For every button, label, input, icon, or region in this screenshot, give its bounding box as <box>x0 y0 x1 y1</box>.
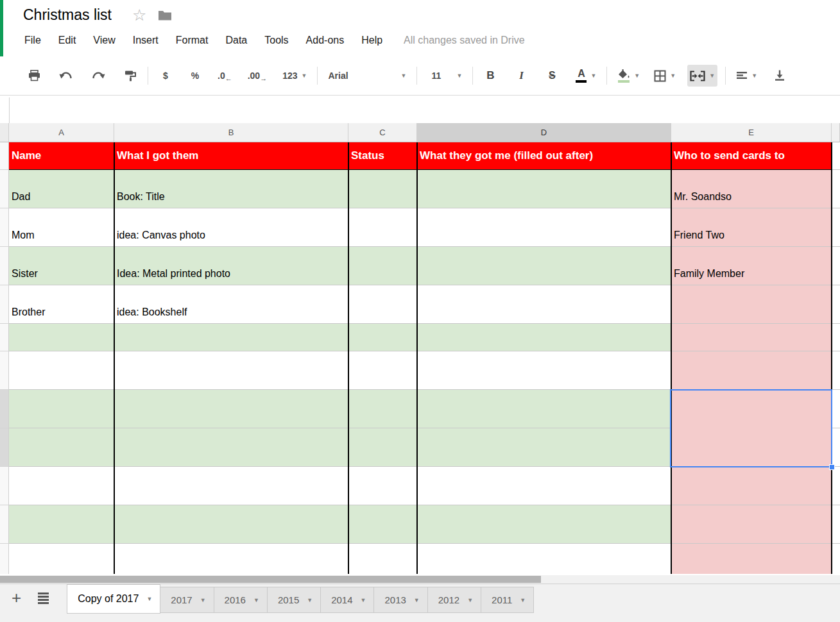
cell[interactable] <box>417 351 671 390</box>
add-sheet-button[interactable]: + <box>12 589 21 606</box>
menu-format[interactable]: Format <box>176 35 209 46</box>
cell[interactable] <box>417 390 671 428</box>
row-header[interactable] <box>0 285 9 324</box>
cell[interactable]: idea: Canvas photo <box>114 208 348 247</box>
cell[interactable] <box>832 390 840 428</box>
cell[interactable] <box>417 208 671 247</box>
cell[interactable] <box>348 324 417 351</box>
cell[interactable] <box>348 208 417 247</box>
cell[interactable] <box>348 285 417 324</box>
cell[interactable] <box>114 351 348 390</box>
sheet-tab-2014[interactable]: 2014▼ <box>321 587 374 613</box>
cell[interactable] <box>417 505 671 544</box>
cell[interactable]: Book: Title <box>114 170 348 208</box>
menu-tools[interactable]: Tools <box>264 35 288 46</box>
cell[interactable]: What I got them <box>114 142 348 170</box>
horizontal-scrollbar-track[interactable] <box>0 575 840 584</box>
cell[interactable] <box>671 505 832 544</box>
column-header-E[interactable]: E <box>671 123 832 142</box>
redo-button[interactable] <box>89 65 108 87</box>
increase-decimal-button[interactable]: .00→ <box>245 65 270 87</box>
cell[interactable]: Status <box>348 142 417 170</box>
cell[interactable] <box>9 467 114 505</box>
column-header-A[interactable]: A <box>9 123 114 142</box>
column-header-sliver[interactable] <box>832 123 840 142</box>
cell[interactable] <box>348 170 417 208</box>
corner-box[interactable] <box>0 123 9 142</box>
horizontal-align-button[interactable]: ▼ <box>733 65 760 87</box>
cell[interactable] <box>114 544 348 574</box>
merge-cells-button[interactable]: ▼ <box>687 65 717 87</box>
menu-addons[interactable]: Add-ons <box>306 35 345 46</box>
cell[interactable]: Mr. Soandso <box>671 170 832 208</box>
font-size-select[interactable]: 11▼ <box>425 65 465 87</box>
borders-button[interactable]: ▼ <box>651 65 678 87</box>
cell[interactable]: Family Member <box>671 247 832 285</box>
italic-button[interactable]: I <box>511 65 531 87</box>
cell[interactable]: What they got me (filled out after) <box>417 142 671 170</box>
cell[interactable] <box>832 170 840 208</box>
cell[interactable] <box>114 428 348 467</box>
cell[interactable] <box>417 544 671 574</box>
cell[interactable] <box>417 285 671 324</box>
row-header[interactable] <box>0 505 9 544</box>
cell[interactable] <box>671 324 832 351</box>
undo-button[interactable] <box>56 65 76 87</box>
horizontal-scrollbar-thumb[interactable] <box>0 576 541 583</box>
cell[interactable] <box>417 170 671 208</box>
strikethrough-button[interactable]: S <box>542 65 561 87</box>
row-header[interactable] <box>0 467 9 505</box>
menu-view[interactable]: View <box>93 35 115 46</box>
cell[interactable] <box>9 324 114 351</box>
folder-icon[interactable] <box>158 10 172 21</box>
row-header[interactable] <box>0 208 9 247</box>
sheet-tab-2011[interactable]: 2011▼ <box>481 587 534 613</box>
sheet-tab-copy-of-2017[interactable]: Copy of 2017▼ <box>67 584 160 614</box>
cell[interactable] <box>832 142 840 170</box>
cell[interactable] <box>832 467 840 505</box>
row-header[interactable] <box>0 351 9 390</box>
print-button[interactable] <box>24 65 44 87</box>
document-title[interactable]: Christmas list <box>23 6 112 24</box>
paint-format-button[interactable] <box>121 65 140 87</box>
column-header-C[interactable]: C <box>348 123 417 142</box>
column-header-B[interactable]: B <box>114 123 348 142</box>
cell[interactable] <box>348 467 417 505</box>
vertical-align-button[interactable] <box>770 65 789 87</box>
cell[interactable] <box>114 505 348 544</box>
more-formats-button[interactable]: 123▼ <box>280 65 309 87</box>
cell[interactable] <box>348 247 417 285</box>
sheet-tab-2012[interactable]: 2012▼ <box>428 587 481 613</box>
sheet-tab-2015[interactable]: 2015▼ <box>268 587 321 613</box>
cell[interactable] <box>671 428 832 467</box>
row-header[interactable] <box>0 142 9 170</box>
cell[interactable] <box>671 390 832 428</box>
text-color-button[interactable]: A ▼ <box>573 65 599 87</box>
cell[interactable]: Who to send cards to <box>671 142 832 170</box>
cell[interactable] <box>348 390 417 428</box>
cell[interactable]: Sister <box>9 247 114 285</box>
cell[interactable]: Dad <box>9 170 114 208</box>
cell[interactable]: Idea: Metal printed photo <box>114 247 348 285</box>
cell[interactable] <box>9 390 114 428</box>
star-icon[interactable]: ☆ <box>132 7 146 23</box>
cell[interactable]: Mom <box>9 208 114 247</box>
cell[interactable] <box>832 324 840 351</box>
cell[interactable]: Name <box>9 142 114 170</box>
cell[interactable] <box>417 247 671 285</box>
menu-help[interactable]: Help <box>361 35 382 46</box>
cell[interactable] <box>9 505 114 544</box>
all-sheets-button[interactable] <box>38 591 49 604</box>
row-header[interactable] <box>0 390 9 428</box>
row-header[interactable] <box>0 428 9 467</box>
format-percent-button[interactable]: % <box>185 65 205 87</box>
cell[interactable] <box>9 544 114 574</box>
cell[interactable] <box>832 351 840 390</box>
menu-edit[interactable]: Edit <box>58 35 76 46</box>
cell[interactable] <box>114 467 348 505</box>
cell[interactable] <box>348 505 417 544</box>
cell[interactable] <box>671 467 832 505</box>
cell[interactable] <box>417 324 671 351</box>
selection-fill-handle[interactable] <box>829 464 835 470</box>
menu-data[interactable]: Data <box>225 35 247 46</box>
